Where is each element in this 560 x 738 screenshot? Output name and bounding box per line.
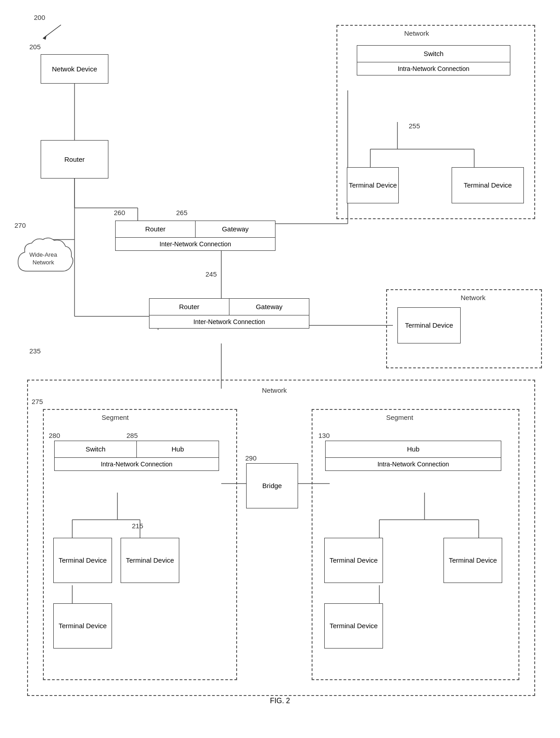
hub-right-label: Hub: [326, 441, 501, 457]
bridge-label: Bridge: [262, 481, 282, 490]
label-265: 265: [176, 209, 187, 216]
terminal-bl2-label: Terminal Device: [126, 556, 174, 565]
inter-network-1-box: Router Gateway Inter-Network Connection: [115, 221, 275, 251]
label-235: 235: [29, 347, 41, 355]
switch-bottom-label: Switch: [55, 441, 137, 457]
label-215: 215: [132, 522, 143, 530]
label-255: 255: [409, 122, 420, 130]
inter-net-2-label: Inter-Network Connection: [149, 315, 309, 328]
router-top-box: Router: [41, 140, 108, 179]
router-top-label: Router: [64, 155, 84, 164]
network-device-label: Netwok Device: [52, 65, 97, 74]
label-270: 270: [14, 221, 26, 229]
hub-right-box: Hub Intra-Network Connection: [325, 441, 501, 471]
inter-net-1-label: Inter-Network Connection: [116, 238, 275, 250]
inter-net-1-gateway: Gateway: [196, 221, 275, 237]
segment-left-label: Segment: [102, 414, 129, 421]
diagram-container: 200 205 Netwok Device Router 260 265 Rou…: [0, 0, 560, 714]
network-top-label: Network: [404, 29, 429, 37]
segment-right-label: Segment: [386, 414, 413, 421]
intra-net-right-label: Intra-Network Connection: [326, 458, 501, 470]
label-260: 260: [114, 209, 125, 216]
terminal-bl3-box: Terminal Device: [53, 603, 112, 649]
label-275: 275: [32, 398, 43, 405]
terminal-br2-box: Terminal Device: [443, 538, 502, 583]
terminal-top-left-box: Terminal Device: [347, 167, 399, 203]
label-245: 245: [205, 270, 217, 278]
inter-net-2-router: Router: [149, 299, 229, 315]
inter-network-2-box: Router Gateway Inter-Network Connection: [149, 298, 309, 329]
svg-text:Wide-Area: Wide-Area: [29, 251, 57, 258]
terminal-bl3-label: Terminal Device: [59, 621, 107, 630]
switch-top-label: Switch: [357, 46, 510, 62]
hub-left-label: Hub: [137, 441, 219, 457]
bridge-box: Bridge: [246, 463, 298, 508]
label-290: 290: [245, 454, 257, 462]
terminal-br3-box: Terminal Device: [324, 603, 383, 649]
switch-top-box: Switch Intra-Network Connection: [357, 45, 510, 75]
label-280: 280: [49, 432, 60, 439]
inter-net-1-router: Router: [116, 221, 196, 237]
terminal-right-box: Terminal Device: [397, 307, 461, 343]
terminal-top-left-label: Terminal Device: [349, 181, 397, 190]
terminal-bl1-box: Terminal Device: [53, 538, 112, 583]
terminal-bl1-label: Terminal Device: [59, 556, 107, 565]
network-bottom-label: Network: [262, 386, 287, 394]
figure-label: FIG. 2: [0, 697, 560, 705]
terminal-bl2-box: Terminal Device: [121, 538, 179, 583]
terminal-top-right-label: Terminal Device: [464, 181, 512, 190]
arrow-200: [38, 23, 65, 41]
terminal-right-label: Terminal Device: [405, 321, 453, 330]
label-130: 130: [318, 432, 330, 439]
terminal-top-right-box: Terminal Device: [452, 167, 524, 203]
label-285: 285: [126, 432, 138, 439]
terminal-br1-label: Terminal Device: [330, 556, 378, 565]
svg-text:Network: Network: [33, 259, 54, 266]
wide-area-network-cloud: Wide-Area Network: [14, 235, 75, 285]
network-device-box: Netwok Device: [41, 54, 108, 84]
label-200: 200: [34, 14, 45, 21]
label-205: 205: [29, 43, 41, 51]
intra-net-top-label: Intra-Network Connection: [357, 62, 510, 75]
intra-net-left-label: Intra-Network Connection: [55, 458, 219, 470]
terminal-br2-label: Terminal Device: [449, 556, 497, 565]
terminal-br1-box: Terminal Device: [324, 538, 383, 583]
inter-net-2-gateway: Gateway: [229, 299, 309, 315]
terminal-br3-label: Terminal Device: [330, 621, 378, 630]
svg-marker-34: [43, 35, 47, 40]
network-right-label: Network: [461, 294, 485, 301]
switch-hub-left-box: Switch Hub Intra-Network Connection: [54, 441, 219, 471]
